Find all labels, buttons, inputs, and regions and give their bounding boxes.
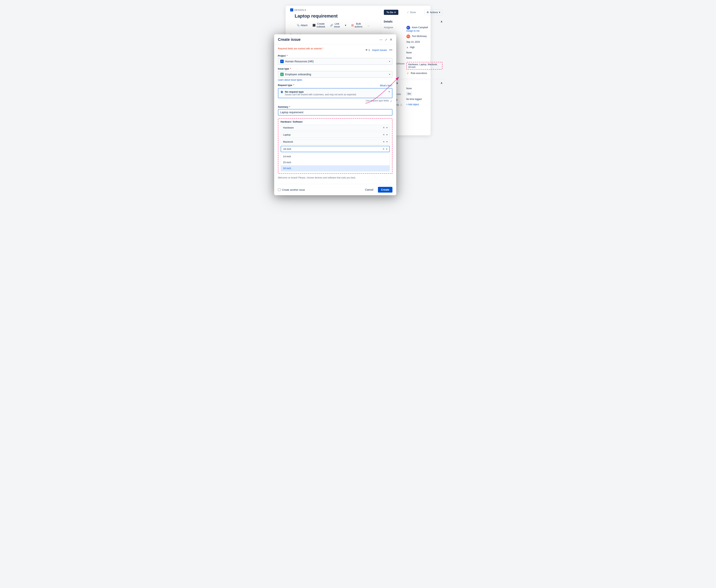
hw-sw-section: Hardware / Software Hardware ✕ ▾ Laptop [278, 118, 392, 174]
automation-icon: ⚡ [406, 72, 409, 75]
check-icon: ✓ [390, 99, 392, 103]
priority-icon: ▲ [406, 46, 409, 49]
whats-this-link[interactable]: What's this? [380, 84, 392, 87]
hw-field-16inch: 16 inch ✕ ▾ [281, 146, 390, 152]
labels-value[interactable]: None [406, 87, 443, 90]
request-type-group: Request type * What's this? No request t… [278, 84, 392, 103]
create-another-label[interactable]: Create another issue [278, 188, 305, 191]
todo-status-button[interactable]: To Do ▾ [384, 10, 398, 15]
hw-clear-icon[interactable]: ✕ [382, 126, 385, 129]
modal-header-actions: — ⤢ ✕ [380, 38, 392, 42]
summary-input[interactable] [278, 109, 392, 115]
hw-field-hardware: Hardware ✕ ▾ [281, 125, 390, 131]
create-button[interactable]: Create [378, 187, 392, 193]
create-subtask-button[interactable]: ⬛ Create subtask [311, 21, 327, 29]
hw-field-16inch-value[interactable]: 16 inch [283, 146, 382, 152]
settings-icon: ⚙ [427, 11, 429, 14]
use-request-link[interactable]: Use request type fields [366, 99, 389, 103]
priority-value: ▲ High [406, 46, 443, 49]
collapse-icon: ∧ [441, 81, 443, 84]
modal-title: Create issue [278, 37, 301, 42]
time-tracking-value: No time logged [406, 98, 443, 101]
dropdown-item-14inch[interactable]: 14 inch [281, 153, 390, 160]
assignee-avatar: KC [406, 26, 410, 29]
link-issue-button[interactable]: 🔗 Link issue [328, 21, 342, 29]
required-note: Required fields are marked with an aster… [278, 47, 323, 50]
hw-clear-icon[interactable]: ✕ [382, 147, 385, 151]
learn-link[interactable]: Learn about issue types [278, 79, 392, 81]
create-issue-modal: Create issue — ⤢ ✕ Required fields are m… [274, 34, 396, 195]
due-date-value[interactable]: Sep 14, 2023 [406, 41, 443, 43]
no-request-radio[interactable] [281, 91, 283, 93]
minimize-button[interactable]: — [380, 38, 383, 41]
add-object-btn[interactable]: + Add object [406, 103, 443, 106]
no-request-label: No request type [285, 90, 357, 93]
project-label: Project * [278, 55, 392, 57]
expand-modal-button[interactable]: ⤢ [385, 38, 387, 41]
chevron-down-icon[interactable]: ▾ [386, 140, 388, 144]
actions-button[interactable]: ⚙ Actions ▾ [425, 9, 443, 15]
chevron-down-icon: ▾ [389, 73, 390, 76]
project-icon: H [280, 60, 284, 63]
hw-field-macbook-value[interactable]: Macbook [282, 139, 382, 145]
details-section-header[interactable]: Details ∧ [381, 19, 446, 25]
summary-group: Summary * [278, 106, 392, 115]
assignee-row: Assignee KC Kevin Campbell Assign to me [381, 25, 446, 34]
reporter-value: TM Tom McKinsey [406, 35, 443, 38]
hw-field-macbook: Macbook ✕ ▾ [281, 139, 390, 145]
hw-field-hardware-value[interactable]: Hardware [282, 125, 382, 130]
bulk-actions-button[interactable]: ⊞ Bulk actions [349, 21, 364, 29]
issue-id: DESIGN-9 [290, 8, 376, 12]
chevron-down-icon: ▾ [389, 60, 390, 63]
info-icon: i [400, 104, 402, 106]
dropdown-item-16inch[interactable]: 16 inch [281, 165, 390, 171]
expand-button[interactable]: ▾ [343, 23, 348, 28]
chevron-down-icon[interactable]: ▾ [386, 126, 388, 129]
original-estimate-value: 0m [406, 92, 443, 95]
chevron-down-icon[interactable]: ▾ [386, 133, 388, 136]
hw-clear-icon[interactable]: ✕ [382, 133, 385, 136]
welcome-note: Welcome on board! Please, choose devices… [278, 176, 392, 179]
project-group: Project * H Human Resources (HR) ▾ [278, 55, 392, 65]
close-modal-button[interactable]: ✕ [390, 38, 392, 42]
issue-type-icon [290, 8, 293, 12]
assignee-label: Assignee [384, 26, 405, 29]
issue-title: Laptop requirement [290, 12, 376, 20]
chevron-down-icon: ▾ [439, 11, 440, 14]
subtask-icon: ⬛ [312, 24, 315, 27]
category-value[interactable]: None [406, 51, 443, 54]
dropdown-item-15inch[interactable]: 15 inch [281, 160, 390, 165]
attach-button[interactable]: 📎 Attach [295, 23, 310, 28]
issue-type-label: Issue type * [278, 67, 392, 70]
chevron-down-icon[interactable]: ▾ [386, 147, 388, 151]
more-actions-button[interactable]: ... [366, 23, 371, 28]
hw-sw-value: Hardware, Laptop, Macbook, 16 inch [406, 62, 443, 69]
no-request-desc: Issues can't be shared with customers, a… [285, 93, 357, 96]
collapse-icon: ∧ [441, 20, 443, 23]
chevron-down-icon: ▾ [389, 90, 390, 93]
toolbar: 📎 Attach ⬛ Create subtask 🔗 Link issue [290, 20, 376, 31]
hw-field-laptop: Laptop ✕ ▾ [281, 132, 390, 138]
modal-more-button[interactable]: ••• [389, 48, 392, 52]
hw-clear-icon[interactable]: ✕ [382, 140, 385, 144]
assign-to-me[interactable]: Assign to me [406, 29, 420, 32]
watchers-badge: 👁 1 [365, 49, 370, 51]
size-dropdown: 14 inch 15 inch 16 inch [281, 153, 390, 171]
summary-label: Summary * [278, 106, 392, 108]
hw-sw-section-label: Hardware / Software [281, 121, 390, 123]
cancel-button[interactable]: Cancel [362, 187, 376, 193]
check-icon: ✓ [407, 11, 409, 14]
hw-field-laptop-value[interactable]: Laptop [282, 132, 382, 138]
issue-type-select[interactable]: ✦ Employee onboarding ▾ [278, 71, 392, 78]
assignee-value: KC Kevin Campbell Assign to me [406, 26, 443, 32]
create-another-checkbox[interactable] [278, 188, 281, 191]
no-request-type-option[interactable]: No request type Issues can't be shared w… [278, 88, 392, 98]
done-button[interactable]: ✓ Done [407, 11, 416, 14]
start-date-value[interactable]: None [406, 57, 443, 59]
modal-header: Create issue — ⤢ ✕ [274, 34, 396, 44]
import-issues-button[interactable]: Import issues [372, 49, 387, 51]
project-select[interactable]: H Human Resources (HR) ▾ [278, 58, 392, 65]
chevron-down-icon: ▾ [394, 11, 396, 14]
automation-value: ⚡ Rule executions [406, 72, 443, 75]
modal-footer: Create another issue Cancel Create [274, 184, 396, 195]
